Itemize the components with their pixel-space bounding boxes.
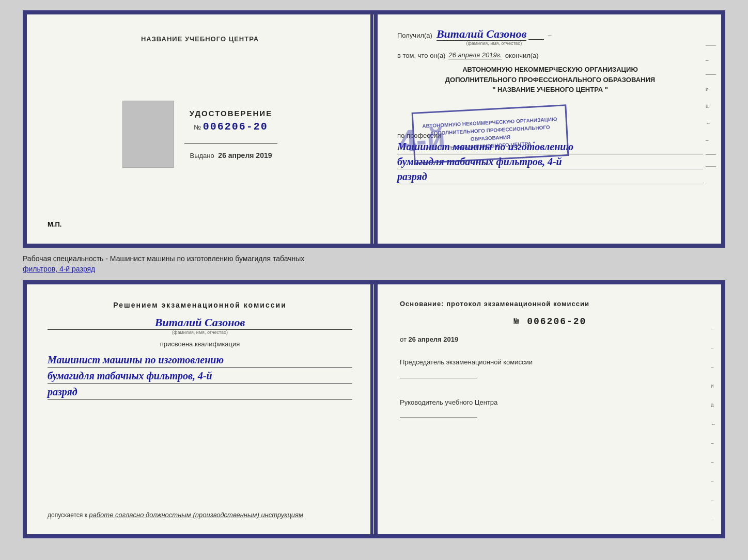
basis-text: Основание: протокол экзаменационной коми…: [400, 300, 700, 308]
top-left-page: НАЗВАНИЕ УЧЕБНОГО ЦЕНТРА УДОСТОВЕРЕНИЕ №…: [27, 14, 374, 244]
between-docs-text: Рабочая специальность - Машинист машины …: [23, 254, 725, 274]
deco-dash-3: [706, 154, 716, 155]
institution-name-top: НАЗВАНИЕ УЧЕБНОГО ЦЕНТРА: [141, 35, 259, 43]
top-right-page: Получил(а) Виталий Сазонов – (фамилия, и…: [374, 14, 721, 244]
certificate-middle: УДОСТОВЕРЕНИЕ № 006206-20 Выдано 26 апре…: [122, 101, 277, 168]
admit-value: работе согласно должностным (производств…: [89, 511, 303, 519]
protocol-date-block: от 26 апреля 2019: [400, 335, 700, 343]
completed-label: окончил(а): [505, 52, 539, 59]
protocol-date: 26 апреля 2019: [409, 335, 459, 343]
org-line1: АВТОНОМНУЮ НЕКОММЕРЧЕСКУЮ ОРГАНИЗАЦИЮ: [397, 65, 703, 75]
person-name-bottom: Виталий Сазонов: [48, 316, 352, 330]
organization-block: АВТОНОМНУЮ НЕКОММЕРЧЕСКУЮ ОРГАНИЗАЦИЮ ДО…: [397, 65, 703, 121]
org-line3: " НАЗВАНИЕ УЧЕБНОГО ЦЕНТРА ": [397, 85, 703, 95]
admit-block: допускается к работе согласно должностны…: [48, 501, 352, 519]
between-text2: фильтров, 4-й разряд: [23, 265, 95, 273]
issued-date: 26 апреля 2019: [218, 151, 272, 159]
bottom-right-page: Основание: протокол экзаменационной коми…: [374, 284, 721, 534]
chairman-signature-line: [400, 378, 477, 378]
mp-label: М.П.: [48, 220, 61, 228]
assigned-text: присвоена квалификация: [48, 340, 352, 348]
org-text: АВТОНОМНУЮ НЕКОММЕРЧЕСКУЮ ОРГАНИЗАЦИЮ ДО…: [397, 65, 703, 95]
qualification-block: Машинист машины по изготовлению бумагидл…: [48, 352, 352, 400]
deco-dash-1: [706, 45, 716, 46]
official-stamp: АВТОНОМНУЮ НЕКОММЕРЧЕСКУЮ ОРГАНИЗАЦИЮ ДО…: [412, 104, 569, 164]
completed-date: 26 апреля 2019г.: [448, 51, 502, 59]
issued-line: Выдано 26 апреля 2019: [190, 151, 272, 159]
head-title: Руководитель учебного Центра: [400, 397, 700, 408]
recipient-subtitle: (фамилия, имя, отчество): [437, 41, 552, 46]
chairman-title: Председатель экзаменационной комиссии: [400, 357, 700, 367]
between-text1: Рабочая специальность - Машинист машины …: [23, 254, 304, 263]
cert-number-prefix-label: № 006206-20: [194, 121, 268, 133]
received-label: Получил(а): [397, 31, 432, 39]
protocol-number-prefix: №: [514, 316, 521, 327]
admit-label: допускается к: [48, 511, 87, 519]
deco-dash-2: [706, 74, 716, 75]
recipient-name: Виталий Сазонов: [437, 27, 526, 41]
org-line2: ДОПОЛНИТЕЛЬНОГО ПРОФЕССИОНАЛЬНОГО ОБРАЗО…: [397, 75, 703, 85]
recipient-line: Получил(а) Виталий Сазонов – (фамилия, и…: [397, 27, 703, 46]
cert-title: УДОСТОВЕРЕНИЕ: [190, 109, 272, 118]
qual-value1: Машинист машины по изготовлению: [48, 352, 352, 368]
head-signature-line: [400, 418, 477, 418]
bottom-left-page: Решением экзаменационной комиссии Витали…: [27, 284, 374, 534]
bottom-right-decorative: – – – и а ← – – – – –: [711, 326, 716, 522]
head-block: Руководитель учебного Центра: [400, 390, 700, 419]
person-subtitle-bottom: (фамилия, имя, отчество): [48, 330, 352, 335]
vtom-line: в том, что он(а) 26 апреля 2019г. окончи…: [397, 51, 703, 59]
deco-dash-4: [706, 166, 716, 167]
issued-label: Выдано: [190, 152, 214, 159]
photo-placeholder: [122, 101, 174, 168]
protocol-date-prefix: от: [400, 335, 407, 343]
top-certificate-document: НАЗВАНИЕ УЧЕБНОГО ЦЕНТРА УДОСТОВЕРЕНИЕ №…: [23, 10, 725, 248]
cert-number: 006206-20: [203, 121, 268, 133]
person-block: Виталий Сазонов (фамилия, имя, отчество): [48, 316, 352, 340]
decision-title: Решением экзаменационной комиссии: [48, 300, 352, 311]
profession-value3: разряд: [397, 169, 703, 184]
qual-value2: бумагидля табачных фильтров, 4-й: [48, 368, 352, 384]
protocol-number-block: № 006206-20: [400, 316, 700, 327]
in-that-label: в том, что он(а): [397, 52, 445, 59]
chairman-block: Председатель экзаменационной комиссии: [400, 357, 700, 378]
top-right-decorative: – и а ← –: [706, 45, 716, 167]
protocol-number: 006206-20: [527, 316, 586, 327]
bottom-certificate-document: Решением экзаменационной комиссии Витали…: [23, 280, 725, 538]
cert-title-block: УДОСТОВЕРЕНИЕ № 006206-20 Выдано 26 апре…: [184, 109, 277, 159]
qual-value3: разряд: [48, 384, 352, 400]
